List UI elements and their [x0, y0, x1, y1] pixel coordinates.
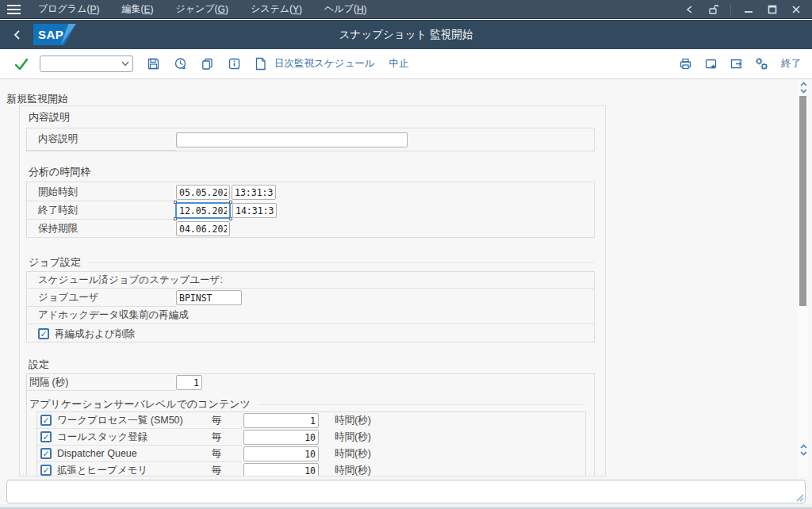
list-item: ワークプロセス一覧 (SM50) 毎 時間(秒) [37, 412, 585, 429]
unlock-icon[interactable] [707, 3, 719, 16]
start-date-input[interactable] [176, 185, 230, 200]
step-user-text: スケジュール済ジョブのステップユーザ: [38, 274, 223, 287]
interval-label: 間隔 (秒) [27, 374, 176, 391]
maximize-icon[interactable] [766, 3, 779, 16]
adhoc-text: アドホックデータ収集前の再編成 [38, 308, 189, 322]
description-box: 内容説明 [26, 128, 595, 151]
scrollbar-thumb[interactable] [799, 96, 806, 306]
document-icon[interactable] [255, 57, 268, 71]
timeframe-box: 開始時刻 終了時刻 保持期限 [26, 182, 595, 238]
end-time-label: 終了時刻 [27, 201, 176, 220]
command-field[interactable] [40, 55, 133, 72]
end-date-input[interactable] [176, 203, 230, 218]
row-checkbox[interactable] [40, 465, 52, 476]
command-input[interactable] [40, 57, 118, 71]
menu-bar: プログラム(P) 編集(E) ジャンプ(G) システム(Y) ヘルプ(H) [0, 0, 812, 19]
combobox-chevron-icon[interactable] [118, 61, 132, 67]
interval-input[interactable] [176, 375, 202, 390]
start-time-label: 開始時刻 [27, 183, 176, 201]
title-bar: SAP スナップショット 監視開始 [0, 20, 812, 49]
end-time-input[interactable] [232, 203, 277, 218]
row-value-input[interactable] [243, 430, 319, 445]
row-value-input[interactable] [243, 463, 319, 476]
printer-icon[interactable] [679, 57, 692, 71]
scroll-down-icon[interactable] [800, 88, 807, 94]
job-user-label: ジョブユーザ [27, 289, 176, 307]
hamburger-icon[interactable] [0, 0, 27, 19]
list-item: コールスタック登録 毎 時間(秒) [37, 429, 585, 446]
description-field-label: 内容説明 [27, 128, 176, 151]
info-icon[interactable] [228, 57, 241, 71]
scroll-up-icon[interactable] [800, 444, 807, 450]
menu-program[interactable]: プログラム(P) [27, 0, 110, 19]
focused-field-frame [176, 203, 230, 218]
start-time-input[interactable] [232, 185, 276, 200]
shortcut-icon[interactable] [730, 57, 743, 71]
section-title-job: ジョブ設定 [29, 255, 81, 270]
retention-label: 保持期限 [27, 220, 176, 238]
section-title-settings: 設定 [29, 358, 49, 372]
vertical-scrollbar[interactable] [799, 80, 808, 476]
menu-edit[interactable]: 編集(E) [110, 0, 164, 19]
list-item: Dispatcher Queue 毎 時間(秒) [37, 446, 585, 462]
close-icon[interactable] [790, 3, 802, 16]
server-content-list: ワークプロセス一覧 (SM50) 毎 時間(秒) コールスタック登録 毎 [36, 411, 586, 476]
confirm-check-icon[interactable] [14, 57, 29, 71]
job-box: スケジュール済ジョブのステップユーザ: ジョブユーザ アドホックデータ収集前の再… [26, 271, 595, 343]
screen-heading: 新規監視開始 [6, 92, 68, 106]
schedule-clock-icon[interactable] [174, 57, 187, 71]
cancel-button[interactable]: 中止 [389, 57, 408, 71]
row-value-input[interactable] [243, 413, 319, 428]
settings-box: 間隔 (秒) アプリケーションサーバレベルでのコンテンツ ワークプロセス一覧 (… [26, 373, 595, 476]
row-checkbox[interactable] [40, 431, 52, 442]
exit-button[interactable]: 終了 [781, 57, 801, 71]
row-checkbox[interactable] [40, 448, 52, 459]
screen-body: 新規監視開始 内容説明 内容説明 分析の時間枠 開始時刻 [0, 79, 812, 509]
list-item: 拡張とヒープメモリ 毎 時間(秒) [37, 462, 585, 476]
scroll-up-icon[interactable] [800, 82, 807, 87]
new-session-icon[interactable] [704, 57, 718, 71]
copy-icon[interactable] [201, 57, 214, 71]
menu-goto[interactable]: ジャンプ(G) [164, 0, 239, 19]
row-value-input[interactable] [243, 446, 319, 461]
row-checkbox[interactable] [40, 415, 52, 426]
menu-help[interactable]: ヘルプ(H) [313, 0, 378, 19]
sap-gui-window: プログラム(P) 編集(E) ジャンプ(G) システム(Y) ヘルプ(H) [0, 0, 812, 509]
divider [730, 4, 731, 15]
new-monitoring-frame: 内容説明 内容説明 分析の時間枠 開始時刻 終了時刻 [19, 105, 606, 476]
collapse-chevron-icon[interactable] [683, 3, 695, 16]
section-title-timeframe: 分析の時間枠 [29, 165, 90, 179]
retention-date-input[interactable] [176, 221, 230, 236]
reorg-checkbox-label: 再編成および削除 [55, 327, 135, 341]
scroll-down-icon[interactable] [800, 450, 807, 456]
settings-subtitle: アプリケーションサーバレベルでのコンテンツ [29, 397, 251, 411]
reorg-checkbox[interactable] [38, 328, 49, 339]
daily-schedule-button[interactable]: 日次監視スケジュール [274, 57, 374, 71]
section-title-description: 内容説明 [29, 110, 70, 124]
page-title: スナップショット 監視開始 [0, 28, 812, 42]
menu-system[interactable]: システム(Y) [239, 0, 313, 19]
window-bottom-edge [0, 504, 812, 509]
save-icon[interactable] [147, 57, 160, 71]
resize-grip-icon[interactable] [795, 492, 804, 502]
status-bar [6, 480, 806, 503]
gears-icon[interactable] [755, 57, 768, 71]
minimize-icon[interactable] [742, 3, 755, 16]
application-toolbar: 日次監視スケジュール 中止 終了 [0, 49, 812, 79]
description-input[interactable] [176, 132, 408, 147]
job-user-input[interactable] [176, 290, 242, 305]
